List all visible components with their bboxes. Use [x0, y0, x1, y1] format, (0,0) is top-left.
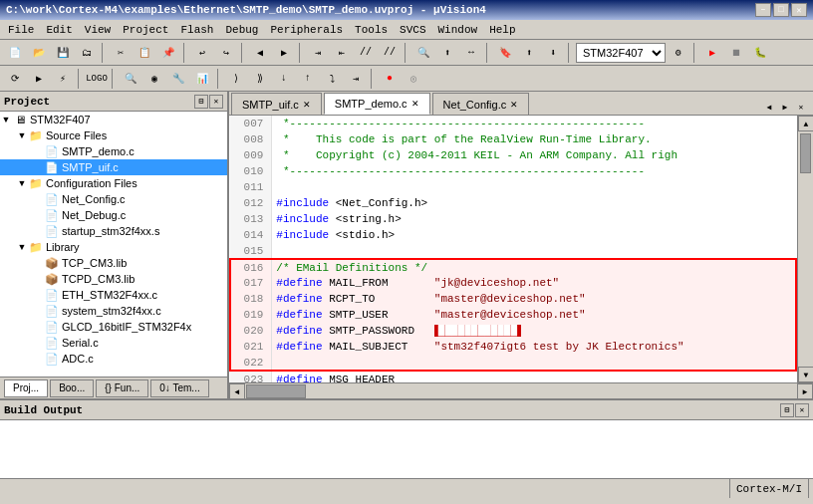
tab-close-icon[interactable]: ✕: [303, 100, 311, 110]
tb2-btn5[interactable]: 🔍: [120, 68, 141, 90]
debug-button[interactable]: 🐛: [749, 42, 771, 64]
tb2-btn8[interactable]: 📊: [191, 68, 213, 90]
tb2-btn14[interactable]: ⇥: [345, 68, 367, 90]
menu-svcs[interactable]: SVCS: [394, 22, 431, 38]
tb2-btn12[interactable]: ↑: [297, 68, 319, 90]
save-button[interactable]: 💾: [52, 42, 74, 64]
scroll-h-thumb[interactable]: [246, 384, 306, 398]
tb2-btn9[interactable]: ⟩: [225, 68, 247, 90]
tb2-btn15[interactable]: ●: [379, 68, 401, 90]
tab-fun[interactable]: {} Fun...: [96, 379, 148, 397]
save-all-button[interactable]: 🗂: [76, 42, 98, 64]
tree-glcd[interactable]: 📄 GLCD_16bitIF_STM32F4x: [0, 319, 227, 335]
tab-smtp-demo[interactable]: SMTP_demo.c ✕: [324, 93, 430, 115]
menu-debug[interactable]: Debug: [219, 22, 264, 38]
prev-bookmark-button[interactable]: ⬆: [518, 42, 540, 64]
tab-smtp-uif[interactable]: SMTP_uif.c ✕: [231, 93, 322, 115]
minimize-button[interactable]: –: [755, 3, 771, 17]
nav-fwd-button[interactable]: ▶: [273, 42, 295, 64]
tree-tcpd-cm3[interactable]: 📦 TCPD_CM3.lib: [0, 271, 227, 287]
menu-file[interactable]: File: [2, 22, 40, 38]
tab-book[interactable]: Boo...: [50, 379, 94, 397]
panel-dock-button[interactable]: ⊟: [194, 95, 208, 109]
target-combo[interactable]: STM32F407: [576, 43, 666, 63]
tree-tcp-cm3[interactable]: 📦 TCP_CM3.lib: [0, 255, 227, 271]
tab-scroll-left[interactable]: ◀: [761, 99, 777, 115]
menu-help[interactable]: Help: [483, 22, 521, 38]
tab-close-all[interactable]: ✕: [793, 99, 809, 115]
tb2-btn7[interactable]: 🔧: [167, 68, 189, 90]
menu-project[interactable]: Project: [117, 22, 174, 38]
tab-proj[interactable]: Proj...: [4, 379, 48, 397]
menu-tools[interactable]: Tools: [349, 22, 394, 38]
outdent-button[interactable]: ⇤: [331, 42, 353, 64]
maximize-button[interactable]: □: [773, 3, 789, 17]
replace-button[interactable]: ↔: [460, 42, 482, 64]
tree-net-debug[interactable]: 📄 Net_Debug.c: [0, 207, 227, 223]
copy-button[interactable]: 📋: [134, 42, 155, 64]
open-button[interactable]: 📂: [28, 42, 50, 64]
tree-serial[interactable]: 📄 Serial.c: [0, 335, 227, 351]
run-button[interactable]: ▶: [701, 42, 723, 64]
tree-system-stm32[interactable]: 📄 system_stm32f4xx.c: [0, 303, 227, 319]
redo-button[interactable]: ↪: [215, 42, 237, 64]
indent-button[interactable]: ⇥: [307, 42, 329, 64]
scroll-h-track: [245, 383, 797, 398]
menu-window[interactable]: Window: [432, 22, 484, 38]
scroll-up-button[interactable]: ▲: [798, 116, 813, 131]
tb2-btn2[interactable]: ▶: [28, 68, 50, 90]
tb2-btn10[interactable]: ⟫: [249, 68, 271, 90]
close-button[interactable]: ✕: [791, 3, 807, 17]
tb2-btn1[interactable]: ⟳: [4, 68, 26, 90]
build-dock-button[interactable]: ⊟: [780, 403, 794, 417]
tree-library-folder[interactable]: ▼ 📁 Library: [0, 239, 227, 255]
tree-adc[interactable]: 📄 ADC.c: [0, 351, 227, 367]
tab-scroll-right[interactable]: ▶: [777, 99, 793, 115]
scroll-thumb[interactable]: [800, 133, 811, 173]
tab-tem[interactable]: 0↓ Tem...: [150, 379, 208, 397]
build-content-area[interactable]: [0, 420, 813, 478]
tb2-btn11[interactable]: ↓: [273, 68, 295, 90]
comment-button[interactable]: //: [355, 42, 377, 64]
scroll-down-button[interactable]: ▼: [798, 367, 813, 382]
new-button[interactable]: 📄: [4, 42, 26, 64]
status-empty: [4, 479, 730, 498]
build-close-button[interactable]: ✕: [795, 403, 809, 417]
scroll-right-button[interactable]: ►: [797, 383, 813, 399]
menu-flash[interactable]: Flash: [174, 22, 219, 38]
tree-config-folder[interactable]: ▼ 📁 Configuration Files: [0, 175, 227, 191]
tb2-btn4[interactable]: LOGO: [86, 68, 108, 90]
undo-button[interactable]: ↩: [191, 42, 213, 64]
vertical-scrollbar[interactable]: ▲ ▼: [797, 116, 813, 382]
tree-source-files-folder[interactable]: ▼ 📁 Source Files: [0, 127, 227, 143]
paste-button[interactable]: 📌: [157, 42, 179, 64]
menu-peripherals[interactable]: Peripherals: [264, 22, 349, 38]
tree-smtp-demo[interactable]: 📄 SMTP_demo.c: [0, 143, 227, 159]
tb2-btn3[interactable]: ⚡: [52, 68, 74, 90]
tree-net-config[interactable]: 📄 Net_Config.c: [0, 191, 227, 207]
scroll-left-button[interactable]: ◄: [229, 383, 245, 399]
tree-eth-stm32[interactable]: 📄 ETH_STM32F4xx.c: [0, 287, 227, 303]
tree-root[interactable]: ▼ 🖥 STM32F407: [0, 112, 227, 127]
find-prev-button[interactable]: ⬆: [436, 42, 458, 64]
panel-close-button[interactable]: ✕: [209, 95, 223, 109]
next-bookmark-button[interactable]: ⬇: [542, 42, 564, 64]
code-area[interactable]: 007 *-----------------------------------…: [229, 116, 797, 382]
menu-view[interactable]: View: [79, 22, 117, 38]
tb2-btn6[interactable]: ◉: [143, 68, 165, 90]
settings-button[interactable]: ⚙: [668, 42, 689, 64]
tab-close-icon[interactable]: ✕: [411, 99, 419, 109]
tb2-btn13[interactable]: ⤵: [321, 68, 343, 90]
tree-startup[interactable]: 📄 startup_stm32f4xx.s: [0, 223, 227, 239]
tree-smtp-uif[interactable]: 📄 SMTP_uif.c: [0, 159, 227, 175]
nav-back-button[interactable]: ◀: [249, 42, 271, 64]
find-button[interactable]: 🔍: [412, 42, 434, 64]
cut-button[interactable]: ✂: [110, 42, 132, 64]
tab-close-icon[interactable]: ✕: [510, 100, 518, 110]
menu-edit[interactable]: Edit: [40, 22, 78, 38]
stop-button[interactable]: ⏹: [725, 42, 747, 64]
tb2-btn16[interactable]: ◎: [403, 68, 424, 90]
bookmark-button[interactable]: 🔖: [494, 42, 516, 64]
uncomment-button[interactable]: //: [379, 42, 401, 64]
tab-net-config[interactable]: Net_Config.c ✕: [432, 93, 530, 115]
